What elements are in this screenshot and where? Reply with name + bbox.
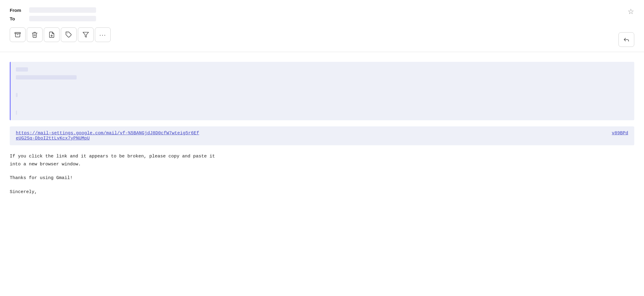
body-paragraph-1: If you click the link and it appears to …: [10, 153, 634, 168]
body-text-line1: If you click the link and it appears to …: [10, 154, 215, 159]
to-row: To: [10, 16, 634, 21]
link-section: https://mail-settings.google.com/mail/vf…: [10, 126, 634, 145]
redacted-line-2: [16, 75, 77, 79]
body-paragraph-2: Thanks for using Gmail!: [10, 174, 634, 182]
blurred-content-block: [10, 62, 634, 120]
archive-button[interactable]: [10, 27, 26, 42]
delete-button[interactable]: [27, 27, 43, 42]
email-body: https://mail-settings.google.com/mail/vf…: [0, 52, 644, 296]
more-button[interactable]: ···: [95, 27, 111, 42]
to-value-redacted: [29, 16, 96, 21]
filter-button[interactable]: [78, 27, 94, 42]
body-text-sincerely: Sincerely,: [10, 189, 37, 195]
link-right-partial[interactable]: v89BPd: [612, 131, 628, 136]
redacted-spacer-2: [16, 101, 628, 107]
from-label: From: [10, 8, 24, 13]
quote-bar: [10, 62, 11, 120]
right-reply-button[interactable]: [618, 32, 634, 47]
redacted-line-1: [16, 67, 28, 72]
label-button[interactable]: [61, 27, 77, 42]
svg-rect-0: [15, 33, 20, 34]
move-button[interactable]: [44, 27, 60, 42]
body-paragraph-3: Sincerely,: [10, 188, 634, 196]
to-label: To: [10, 16, 24, 21]
redacted-line-3: [16, 93, 18, 97]
svg-marker-3: [83, 32, 88, 37]
body-text-line2: into a new browser window.: [10, 162, 81, 167]
star-button[interactable]: ☆: [628, 7, 634, 16]
email-meta: From To: [10, 7, 634, 21]
body-text-thanks: Thanks for using Gmail!: [10, 175, 73, 181]
from-row: From: [10, 7, 634, 13]
email-header: From To ☆: [0, 0, 644, 52]
email-toolbar: ···: [10, 27, 634, 47]
main-link[interactable]: https://mail-settings.google.com/mail/vf…: [16, 131, 199, 141]
redacted-line-4: [16, 111, 17, 115]
email-container: From To ☆: [0, 0, 644, 296]
redacted-spacer: [16, 83, 628, 89]
from-value-redacted: [29, 7, 96, 13]
